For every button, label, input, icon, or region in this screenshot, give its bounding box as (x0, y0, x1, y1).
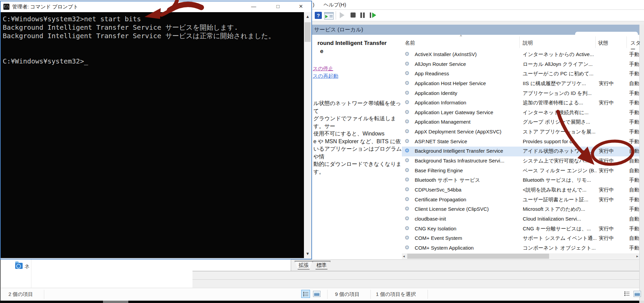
bits-description-line: 動的にダウンロードできなくなります。 (313, 160, 405, 176)
service-row[interactable]: ⚙Background Tasks Infrastructure Servi..… (402, 156, 639, 166)
service-row[interactable]: ⚙App Readinessユーザーがこの PC に初めて...手動 (402, 69, 639, 79)
show-properties-window-icon[interactable] (324, 12, 334, 20)
menu-item-partial[interactable]: ) (313, 2, 314, 7)
start-service-icon[interactable] (340, 12, 344, 18)
bits-panel-title-line1: round Intelligent Transfer (317, 40, 387, 47)
column-separator[interactable] (626, 36, 627, 48)
services-right-scroll-strip[interactable] (639, 25, 644, 301)
service-description: ベース フィルター エンジン (B... (523, 168, 596, 174)
maximize-button[interactable]: □ (272, 1, 284, 11)
service-name: Bluetooth サポート サービス (415, 177, 516, 183)
thumbnail-view-icon (313, 291, 320, 297)
service-name: Background Tasks Infrastructure Servi... (415, 158, 516, 163)
network-item-label[interactable]: ネ (24, 263, 30, 270)
services-header-title: サービス (ローカル) (314, 26, 363, 33)
service-name: Application Layer Gateway Service (415, 109, 516, 115)
service-description: サポート システム イベント通... (523, 235, 596, 242)
service-name: Background Intelligent Transfer Service (415, 148, 516, 154)
gear-icon: ⚙ (405, 60, 412, 67)
minimize-button[interactable]: — (248, 1, 259, 11)
scroll-down-icon[interactable]: ▼ (304, 251, 311, 256)
pause-service-icon[interactable] (360, 12, 362, 18)
service-row[interactable]: ⚙CDPUserSvc_54bba<説明を読み取れませんで...実行中自動 (402, 185, 639, 195)
details-view-button[interactable] (301, 290, 310, 298)
close-button[interactable]: ✕ (295, 1, 307, 11)
restart-service-icon-arrow[interactable] (372, 12, 376, 18)
service-description: ユーザーがこの PC に初めて... (523, 71, 596, 77)
service-name: ActiveX Installer (AxInstSV) (415, 51, 516, 57)
service-row[interactable]: ⚙CNG Key IsolationCNG キー分離サービスは、...実行中手動 (402, 224, 639, 234)
service-row[interactable]: ⚙Client License Service (ClipSVC)Microso… (402, 205, 639, 214)
terminal-prompt[interactable]: C:¥Windows¥system32>_ (3, 57, 304, 66)
gear-icon: ⚙ (405, 186, 412, 193)
service-startup-type: 自動 (629, 158, 639, 164)
terminal-scrollbar-thumb[interactable] (305, 22, 311, 42)
column-header-name[interactable]: 名前 (405, 40, 415, 46)
service-row[interactable]: ⚙Application Host Helper ServiceIIS に構成履… (402, 79, 639, 89)
service-status: 実行中 (599, 226, 627, 232)
column-separator[interactable] (595, 36, 596, 48)
service-row[interactable]: ⚙ASP.NET State ServiceProvides support f… (402, 137, 639, 147)
terminal-output[interactable]: C:¥Windows¥system32>net start bitsBackgr… (1, 12, 304, 258)
cmd-window-title: 管理者: コマンド プロンプト (12, 4, 78, 10)
service-description: ユーザー証明書とルート証... (523, 197, 596, 203)
service-description: グループ ポリシーで展開さ... (523, 119, 596, 125)
service-row[interactable]: ⚙COM+ Event Systemサポート システム イベント通...実行中自… (402, 234, 639, 244)
service-name: Certificate Propagation (415, 197, 516, 202)
scroll-left-icon[interactable]: ◂ (403, 254, 405, 259)
explorer-window-fragment: ネ (0, 259, 192, 288)
service-row-selected[interactable]: ⚙Background Intelligent Transfer Service… (402, 147, 639, 156)
scroll-right-icon[interactable]: ▸ (636, 254, 638, 259)
status-bar: 2 個の項目 9 個の項目 1 個の項目を選択 (0, 288, 639, 301)
details-view-button-right[interactable] (622, 290, 631, 298)
service-row[interactable]: ⚙Application Managementグループ ポリシーで展開さ...手… (402, 118, 639, 127)
service-row[interactable]: ⚙Application Information追加の管理者特権による...実行… (402, 98, 639, 108)
terminal-line: Background Intelligent Transfer Service … (3, 32, 304, 40)
service-row[interactable]: ⚙cloudbase-initCloud Initialization Serv… (402, 214, 639, 224)
details-view-icon (303, 292, 308, 296)
terminal-line: Background Intelligent Transfer Service … (3, 23, 304, 32)
service-row[interactable]: ⚙Application Identityアプリケーションの ID を判...手… (402, 89, 639, 99)
service-row[interactable]: ⚙Certificate Propagationユーザー証明書とルート証...実… (402, 195, 639, 205)
menu-item-help[interactable]: ヘルプ(H) (324, 2, 346, 8)
help-icon[interactable]: ? (315, 12, 322, 19)
taskbar-edge-corner (639, 301, 644, 303)
service-description: CNG キー分離サービスは、... (523, 226, 596, 232)
scroll-up-icon[interactable]: ▲ (304, 14, 311, 19)
service-startup-type: 手動 (629, 51, 639, 58)
service-row[interactable]: ⚙Base Filtering Engineベース フィルター エンジン (B.… (402, 166, 639, 176)
restart-service-link[interactable]: スの再起動 (313, 73, 338, 79)
thumbnail-view-button[interactable] (312, 290, 321, 298)
service-row[interactable]: ⚙COM+ System Applicationコンポーネント オブジェクト..… (402, 244, 639, 253)
service-description: Provides support for o... (523, 138, 596, 144)
horizontal-scrollbar[interactable]: ◂ ▸ (402, 253, 639, 259)
service-row[interactable]: ⚙ActiveX Installer (AxInstSV)インターネットからの … (402, 50, 639, 60)
gear-icon: ⚙ (405, 147, 412, 154)
thumbnail-view-button-right[interactable] (633, 290, 642, 298)
service-description: Bluetooth サービスは、リモ... (523, 177, 596, 183)
stop-service-icon[interactable] (351, 12, 356, 18)
service-row[interactable]: ⚙AppX Deployment Service (AppXSVC)ストア アプ… (402, 127, 639, 137)
restart-service-icon[interactable] (370, 12, 371, 18)
service-description: インターネットからの Active... (523, 51, 596, 58)
column-header-status[interactable]: 状態 (598, 40, 608, 46)
service-row[interactable]: ⚙AllJoyn Router Serviceローカル AllJoyn クライア… (402, 60, 639, 70)
network-icon[interactable] (15, 263, 23, 269)
terminal-scrollbar[interactable]: ▲ ▼ (304, 12, 311, 258)
gear-icon: ⚙ (405, 215, 412, 222)
service-startup-type: 手動 (629, 245, 639, 251)
stop-service-link[interactable]: スの停止 (313, 66, 333, 72)
service-status: 実行中 (599, 168, 627, 174)
cmd-titlebar[interactable]: C:\ 管理者: コマンド プロンプト — □ ✕ (1, 1, 311, 12)
gear-icon: ⚙ (405, 99, 412, 105)
service-status: 実行中 (599, 197, 627, 203)
column-separator[interactable] (519, 36, 520, 48)
service-row[interactable]: ⚙Bluetooth サポート サービスBluetooth サービスは、リモ..… (402, 176, 639, 185)
column-header-description[interactable]: 説明 (523, 40, 533, 46)
service-startup-type: 手動 (629, 100, 639, 106)
scrollbar-thumb[interactable] (407, 254, 549, 259)
service-description: アイドル状態のネットワーク... (523, 148, 596, 154)
service-name: COM+ Event System (415, 235, 516, 241)
service-row[interactable]: ⚙Application Layer Gateway Serviceインターネッ… (402, 108, 639, 118)
gear-icon: ⚙ (405, 205, 412, 212)
